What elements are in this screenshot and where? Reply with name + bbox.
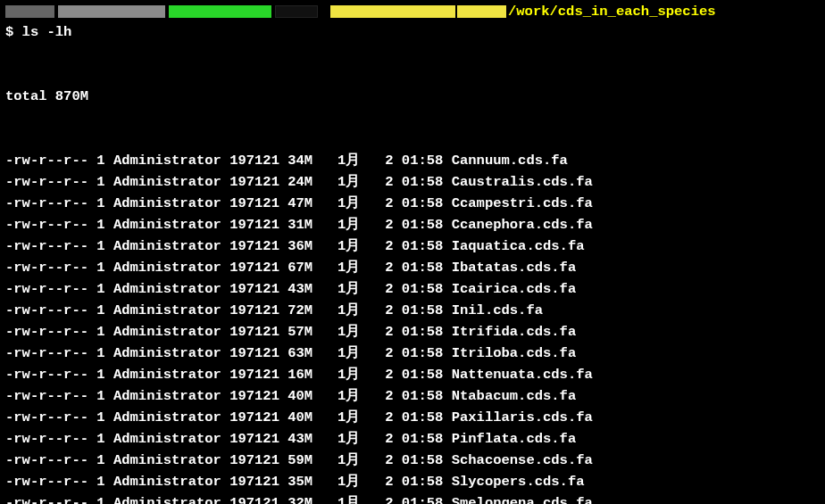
title-bar: /work/cds_in_each_species [5, 2, 820, 21]
file-row: -rw-r--r-- 1 Administrator 197121 43M 1月… [5, 278, 820, 300]
file-row: -rw-r--r-- 1 Administrator 197121 57M 1月… [5, 321, 820, 343]
redacted-segment [58, 5, 165, 18]
prompt-symbol: $ [5, 24, 22, 40]
file-row: -rw-r--r-- 1 Administrator 197121 24M 1月… [5, 171, 820, 193]
redacted-segment [5, 5, 54, 18]
total-line: total 870M [5, 86, 820, 107]
redacted-segment [457, 5, 506, 18]
file-row: -rw-r--r-- 1 Administrator 197121 59M 1月… [5, 450, 820, 471]
file-row: -rw-r--r-- 1 Administrator 197121 32M 1月… [5, 492, 820, 504]
file-row: -rw-r--r-- 1 Administrator 197121 72M 1月… [5, 300, 820, 321]
file-row: -rw-r--r-- 1 Administrator 197121 31M 1月… [5, 214, 820, 235]
file-row: -rw-r--r-- 1 Administrator 197121 40M 1月… [5, 407, 820, 428]
file-row: -rw-r--r-- 1 Administrator 197121 34M 1月… [5, 150, 820, 171]
file-row: -rw-r--r-- 1 Administrator 197121 47M 1月… [5, 193, 820, 214]
file-row: -rw-r--r-- 1 Administrator 197121 36M 1月… [5, 235, 820, 257]
redacted-segment [275, 5, 318, 18]
redacted-segment [169, 5, 271, 18]
ls-output: total 870M -rw-r--r-- 1 Administrator 19… [5, 43, 820, 504]
file-row: -rw-r--r-- 1 Administrator 197121 35M 1月… [5, 471, 820, 492]
file-row: -rw-r--r-- 1 Administrator 197121 63M 1月… [5, 343, 820, 364]
cwd-path: /work/cds_in_each_species [508, 1, 716, 22]
file-row: -rw-r--r-- 1 Administrator 197121 16M 1月… [5, 364, 820, 385]
file-row: -rw-r--r-- 1 Administrator 197121 67M 1月… [5, 257, 820, 278]
command-line[interactable]: $ ls -lh [5, 21, 820, 43]
redacted-segment [330, 5, 455, 18]
file-row: -rw-r--r-- 1 Administrator 197121 40M 1月… [5, 385, 820, 407]
typed-command: ls -lh [22, 24, 72, 40]
file-row: -rw-r--r-- 1 Administrator 197121 43M 1月… [5, 428, 820, 450]
